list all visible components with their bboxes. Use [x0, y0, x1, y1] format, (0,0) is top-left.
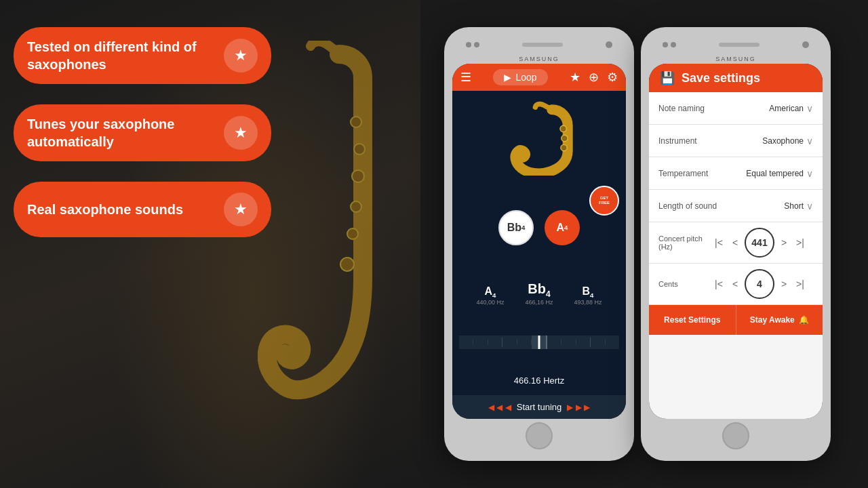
svg-point-3	[351, 201, 361, 212]
concert-first-btn[interactable]: |<	[712, 237, 726, 248]
temperament-label: Temperament	[658, 169, 732, 178]
feature-badge-1: Tested on different kind of saxophones ★	[14, 27, 271, 84]
get-free-badge[interactable]: GETFREE	[589, 186, 619, 216]
stay-awake-icon: 🔔	[799, 315, 809, 325]
star-icon-1: ★	[224, 39, 258, 73]
phone-front-camera-2	[663, 42, 676, 47]
pitch-needle	[538, 336, 540, 349]
stay-awake-button[interactable]: Stay Awake 🔔	[736, 305, 823, 335]
pitch-indicator-bar	[459, 336, 619, 349]
tuner-display: Bb4 A4 GETFREE A4 440,00 Hz	[452, 91, 626, 395]
cents-row: Cents |< < 4 > >|	[649, 264, 823, 305]
home-button-2[interactable]	[722, 422, 749, 449]
cents-next-btn[interactable]: >	[777, 279, 791, 289]
home-button-1[interactable]	[526, 422, 553, 449]
play-icon: ▶	[504, 72, 511, 83]
header-icons-left: ☰	[460, 70, 471, 85]
phone-camera-2	[802, 41, 809, 48]
svg-point-0	[351, 117, 361, 127]
scale-note-a4: A4 440,00 Hz	[476, 285, 504, 306]
start-tuning-bar[interactable]: ◀ ◀ ◀ Start tuning ▶ ▶ ▶	[452, 395, 626, 419]
cents-first-btn[interactable]: |<	[712, 279, 726, 289]
scale-note-bb4: Bb4 466,16 Hz	[525, 281, 553, 306]
chevron-icon-1: ∨	[806, 103, 813, 114]
scale-freq-a4: 440,00 Hz	[476, 299, 504, 306]
scale-notes: A4 440,00 Hz Bb4 466,16 Hz B4 493,88 Hz	[459, 281, 619, 306]
menu-icon[interactable]: ☰	[460, 70, 471, 85]
cents-label: Cents	[658, 280, 706, 288]
scale-note-b4: B4 493,88 Hz	[574, 285, 601, 306]
scale-freq-bb4: 466,16 Hz	[525, 299, 553, 306]
instrument-label: Instrument	[658, 136, 748, 146]
feature-text-3: Real saxophone sounds	[27, 201, 213, 218]
concert-pitch-row: Concert pitch (Hz) |< < 441 > >|	[649, 222, 823, 264]
scale-note-name-a4: A4	[476, 285, 504, 299]
svg-point-8	[561, 144, 567, 150]
settings-icon[interactable]: ⚙	[607, 70, 618, 85]
tune-arrows-right: ▶ ▶ ▶	[567, 403, 590, 412]
loop-button[interactable]: ▶ Loop	[493, 69, 547, 85]
setting-temperament[interactable]: Temperament Equal tempered ∨	[649, 157, 823, 190]
length-value[interactable]: Short ∨	[784, 201, 813, 211]
concert-next-btn[interactable]: >	[777, 237, 791, 248]
phone-dot	[474, 42, 479, 47]
phone-speaker-1	[522, 43, 563, 47]
phone-front-camera	[466, 42, 479, 47]
phones-area: SAMSUNG ☰ ▶ Loop ★ ⊕ ⚙	[407, 0, 868, 488]
feature-badges: Tested on different kind of saxophones ★…	[14, 27, 271, 237]
feature-text-1: Tested on different kind of saxophones	[27, 38, 213, 73]
note-naming-value[interactable]: American ∨	[769, 103, 813, 114]
note-bb4: Bb4	[498, 210, 534, 245]
temperament-value[interactable]: Equal tempered ∨	[746, 168, 813, 179]
note-naming-label: Note naming	[658, 104, 755, 113]
svg-point-7	[561, 135, 568, 141]
cents-prev-btn[interactable]: <	[728, 279, 742, 289]
phone-top-2	[649, 35, 823, 54]
scale-note-name-b4: B4	[574, 285, 601, 299]
phone-tuner: SAMSUNG ☰ ▶ Loop ★ ⊕ ⚙	[444, 27, 634, 461]
sax-app-image	[485, 98, 593, 179]
svg-point-5	[340, 258, 354, 271]
favorite-icon[interactable]: ★	[570, 70, 580, 85]
start-tuning-label: Start tuning	[517, 402, 562, 412]
temperament-text: Equal tempered	[746, 169, 804, 178]
note-a4-active: A4	[545, 210, 580, 245]
phone-brand-1: SAMSUNG	[452, 54, 626, 64]
setting-note-naming[interactable]: Note naming American ∨	[649, 92, 823, 125]
phone-screen-1: ☰ ▶ Loop ★ ⊕ ⚙	[452, 64, 626, 419]
phone-screen-2: 💾 Save settings Note naming American ∨ I…	[649, 64, 823, 419]
scale-note-name-bb4: Bb4	[525, 281, 553, 299]
setting-instrument[interactable]: Instrument Saxophone ∨	[649, 125, 823, 157]
settings-list: Note naming American ∨ Instrument Saxoph…	[649, 92, 823, 419]
feature-badge-2: Tunes your saxophone automatically ★	[14, 104, 271, 161]
cents-last-btn[interactable]: >|	[793, 279, 807, 289]
concert-prev-btn[interactable]: <	[728, 237, 742, 248]
loop-label: Loop	[515, 72, 536, 83]
concert-pitch-controls: |< < 441 > >|	[706, 228, 813, 258]
hertz-display: 466.16 Hertz	[511, 373, 567, 388]
svg-point-4	[347, 228, 358, 239]
svg-point-1	[354, 144, 365, 155]
get-free-text: GETFREE	[599, 196, 610, 205]
phone-bottom-1	[452, 419, 626, 453]
setting-length-of-sound[interactable]: Length of sound Short ∨	[649, 190, 823, 222]
add-icon[interactable]: ⊕	[589, 70, 599, 85]
phone-dot-2b	[671, 42, 676, 47]
phone-bottom-2	[649, 419, 823, 453]
instrument-value[interactable]: Saxophone ∨	[762, 136, 813, 146]
concert-pitch-value: 441	[745, 228, 774, 258]
phone-dot-2a	[663, 42, 668, 47]
feature-badge-3: Real saxophone sounds ★	[14, 182, 271, 237]
svg-point-2	[352, 170, 364, 182]
saxophone-illustration	[258, 41, 393, 447]
concert-last-btn[interactable]: >|	[793, 237, 807, 248]
reset-settings-button[interactable]: Reset Settings	[649, 305, 736, 335]
instrument-text: Saxophone	[762, 136, 804, 146]
svg-point-6	[560, 125, 566, 131]
settings-app-header: 💾 Save settings	[649, 64, 823, 92]
note-naming-text: American	[769, 104, 804, 113]
length-text: Short	[784, 201, 804, 211]
bottom-actions-row: Reset Settings Stay Awake 🔔	[649, 305, 823, 335]
sax-icon-svg	[488, 101, 590, 176]
phone-top-1	[452, 35, 626, 54]
